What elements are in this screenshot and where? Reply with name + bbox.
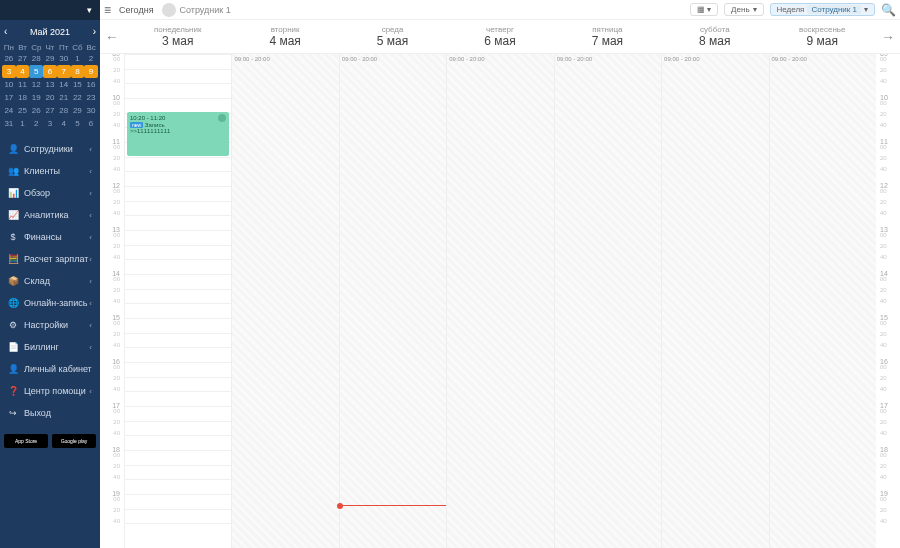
week-view-button[interactable]: Неделя Сотрудник 1 ▾ (770, 3, 875, 16)
cal-day[interactable]: 2 (29, 117, 43, 130)
cal-day[interactable]: 15 (71, 78, 85, 91)
sidebar-item[interactable]: 📦Склад‹ (0, 270, 100, 292)
day-view-button[interactable]: День ▾ (724, 3, 763, 16)
sidebar-item[interactable]: ⚙Настройки‹ (0, 314, 100, 336)
sidebar-item[interactable]: 📈Аналитика‹ (0, 204, 100, 226)
week-day-header[interactable]: среда5 мая (339, 25, 446, 48)
sidebar-item[interactable]: 🌐Онлайн-запись‹ (0, 292, 100, 314)
calendar-grid[interactable]: 0900204010002040110020401200204013002040… (100, 54, 900, 548)
cal-day[interactable]: 23 (84, 91, 98, 104)
nav-icon: 📊 (8, 188, 18, 198)
calendar-event[interactable]: 10:20 - 11:20new Запись>>1111111111 (127, 112, 229, 156)
cal-day[interactable]: 9 (84, 65, 98, 78)
mini-cal-prev[interactable]: ‹ (4, 26, 7, 37)
sidebar-item[interactable]: 👤Сотрудники‹ (0, 138, 100, 160)
cal-day[interactable]: 26 (2, 52, 16, 65)
cal-day[interactable]: 26 (29, 104, 43, 117)
nav-icon: 🌐 (8, 298, 18, 308)
cal-day[interactable]: 24 (2, 104, 16, 117)
cal-day[interactable]: 2 (84, 52, 98, 65)
cal-day[interactable]: 4 (16, 65, 30, 78)
week-day-header[interactable]: суббота8 мая (661, 25, 768, 48)
store-badges: App Store Google play (0, 430, 100, 452)
day-column[interactable]: 09:00 - 20:00 (446, 54, 553, 548)
week-day-header[interactable]: понедельник3 мая (124, 25, 231, 48)
cal-day[interactable]: 5 (71, 117, 85, 130)
cal-day[interactable]: 29 (43, 52, 57, 65)
cal-day[interactable]: 8 (71, 65, 85, 78)
cal-day[interactable]: 3 (2, 65, 16, 78)
mini-cal-next[interactable]: › (93, 26, 96, 37)
sidebar: ▾ ‹ Май 2021 › ПнВтСрЧтПтСбВс 2627282930… (0, 0, 100, 548)
week-prev[interactable]: ← (100, 29, 124, 45)
nav-label: Финансы (24, 232, 62, 242)
cal-day[interactable]: 30 (57, 52, 71, 65)
day-column[interactable]: 09:00 - 20:00 (661, 54, 768, 548)
cal-day[interactable]: 11 (16, 78, 30, 91)
nav-icon: 👥 (8, 166, 18, 176)
search-icon[interactable]: 🔍 (881, 3, 896, 17)
working-hours-label: 09:00 - 20:00 (449, 56, 484, 62)
cal-day[interactable]: 31 (2, 117, 16, 130)
cal-day[interactable]: 3 (43, 117, 57, 130)
now-indicator (340, 505, 446, 506)
sidebar-item[interactable]: 🧮Расчет зарплат‹ (0, 248, 100, 270)
date-label: 8 мая (661, 34, 768, 48)
week-next[interactable]: → (876, 29, 900, 45)
cal-day[interactable]: 21 (57, 91, 71, 104)
sidebar-item[interactable]: ❓Центр помощи‹ (0, 380, 100, 402)
cal-day[interactable]: 10 (2, 78, 16, 91)
cal-day[interactable]: 5 (29, 65, 43, 78)
cal-day[interactable]: 19 (29, 91, 43, 104)
cal-day[interactable]: 6 (84, 117, 98, 130)
cal-day[interactable]: 18 (16, 91, 30, 104)
cal-day[interactable]: 27 (16, 52, 30, 65)
cal-day[interactable]: 28 (57, 104, 71, 117)
sidebar-item[interactable]: 👥Клиенты‹ (0, 160, 100, 182)
list-view-button[interactable]: ▦ ▾ (690, 3, 718, 16)
cal-day[interactable]: 1 (71, 52, 85, 65)
week-day-header[interactable]: четверг6 мая (446, 25, 553, 48)
sidebar-item[interactable]: 👤Личный кабинет (0, 358, 100, 380)
chevron-left-icon: ‹ (89, 387, 92, 396)
nav-label: Аналитика (24, 210, 69, 220)
sidebar-item[interactable]: $Финансы‹ (0, 226, 100, 248)
today-button[interactable]: Сегодня (119, 5, 154, 15)
cal-day[interactable]: 6 (43, 65, 57, 78)
topbar: ≡ Сегодня Сотрудник 1 ▦ ▾ День ▾ Неделя … (100, 0, 900, 20)
nav-label: Обзор (24, 188, 50, 198)
cal-day[interactable]: 25 (16, 104, 30, 117)
cal-day[interactable]: 17 (2, 91, 16, 104)
week-day-header[interactable]: пятница7 мая (554, 25, 661, 48)
cal-day[interactable]: 20 (43, 91, 57, 104)
sidebar-collapse[interactable]: ▾ (0, 0, 100, 20)
week-day-header[interactable]: вторник4 мая (231, 25, 338, 48)
cal-day[interactable]: 27 (43, 104, 57, 117)
cal-day[interactable]: 13 (43, 78, 57, 91)
day-column[interactable]: 09:00 - 20:00 (554, 54, 661, 548)
cal-day[interactable]: 28 (29, 52, 43, 65)
cal-day[interactable]: 1 (16, 117, 30, 130)
sidebar-item[interactable]: 📄Биллинг‹ (0, 336, 100, 358)
day-column[interactable]: 09:00 - 20:00 (339, 54, 446, 548)
staff-selector[interactable]: Сотрудник 1 (162, 3, 231, 17)
sidebar-item[interactable]: ↪Выход (0, 402, 100, 424)
menu-icon[interactable]: ≡ (104, 3, 111, 17)
nav-icon: 👤 (8, 144, 18, 154)
sidebar-item[interactable]: 📊Обзор‹ (0, 182, 100, 204)
dow-cell: Вс (84, 43, 98, 52)
week-day-header[interactable]: воскресенье9 мая (769, 25, 876, 48)
cal-day[interactable]: 22 (71, 91, 85, 104)
cal-day[interactable]: 16 (84, 78, 98, 91)
cal-day[interactable]: 29 (71, 104, 85, 117)
cal-day[interactable]: 14 (57, 78, 71, 91)
day-column[interactable]: 10:20 - 11:20new Запись>>1111111111 (124, 54, 231, 548)
cal-day[interactable]: 4 (57, 117, 71, 130)
gplay-badge[interactable]: Google play (52, 434, 96, 448)
cal-day[interactable]: 30 (84, 104, 98, 117)
day-column[interactable]: 09:00 - 20:00 (769, 54, 876, 548)
day-column[interactable]: 09:00 - 20:00 (231, 54, 338, 548)
cal-day[interactable]: 12 (29, 78, 43, 91)
appstore-badge[interactable]: App Store (4, 434, 48, 448)
cal-day[interactable]: 7 (57, 65, 71, 78)
